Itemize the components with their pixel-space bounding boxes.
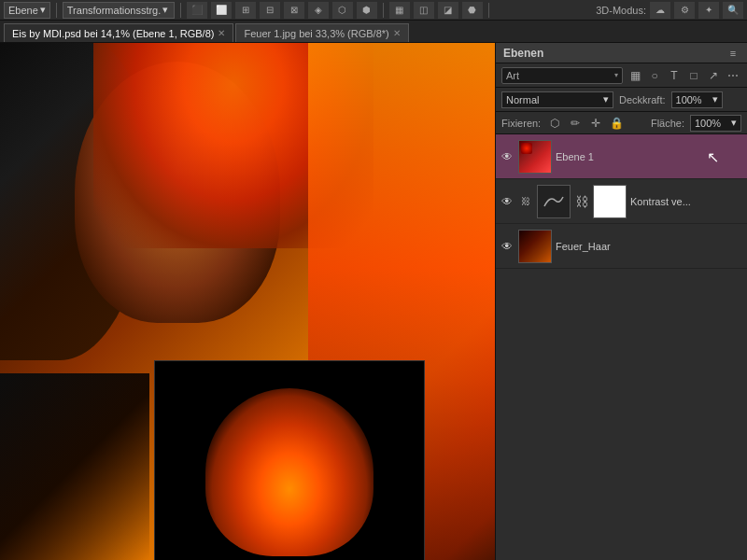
layer-ebene1-visibility[interactable]: 👁 [500,149,514,164]
opacity-arrow: ▾ [712,93,718,105]
layer-kontrast-name: Kontrast ve... [630,196,743,207]
toolbar-btn-3[interactable]: ⊞ [235,2,256,19]
opacity-value-text: 100% [676,94,702,105]
toolbar-btn-1[interactable]: ⬛ [187,2,207,19]
layer-dropdown-arrow: ▾ [40,4,46,16]
layers-panel-header: Ebenen ≡ [496,43,747,63]
toolbar-btn-8[interactable]: ⬢ [357,2,377,19]
layer-icon-more[interactable]: ⋯ [725,67,741,84]
layers-search-box[interactable]: Art ▾ [501,67,623,84]
layer-row-feuer-haar[interactable]: 👁 Feuer_Haar [496,224,747,269]
blend-mode-value: Normal [506,94,539,105]
transform-dropdown[interactable]: Transformationsstrg. ▾ [63,2,175,19]
blend-mode-arrow: ▾ [603,93,609,105]
tab-feuer-label: Feuer 1.jpg bei 33,3% (RGB/8*) [244,28,388,39]
hand-area [0,373,149,560]
canvas-area[interactable] [0,43,495,560]
layers-panel: Ebenen ≡ Art ▾ ▦ ○ T □ ↗ ⋯ Normal ▾ [495,43,747,560]
layer-kontrast-visibility[interactable]: 👁 [500,194,514,209]
blend-mode-dropdown[interactable]: Normal ▾ [501,91,613,108]
layers-list: 👁 Ebene 1 ↖ 👁 ⛓ [496,134,747,560]
mode-label: 3D-Modus: [596,5,646,16]
toolbar-btn-9[interactable]: ▦ [389,2,410,19]
opacity-value-box[interactable]: 100% ▾ [671,91,723,108]
fill-label: Fläche: [651,118,684,129]
layer-kontrast-info: Kontrast ve... [630,196,743,207]
toolbar-separator-2 [180,3,181,18]
tab-bar: Eis by MDI.psd bei 14,1% (Ebene 1, RGB/8… [0,21,747,43]
layer-feuer-haar-info: Feuer_Haar [556,241,743,252]
layer-kontrast-chain2: ⛓ [574,185,589,218]
fire-heart-shape [205,388,374,556]
transform-dropdown-arrow: ▾ [162,4,168,16]
layers-panel-title: Ebenen [503,47,543,60]
toolbar-btn-5[interactable]: ⊠ [284,2,304,19]
toolbar-btn-4[interactable]: ⊟ [260,2,280,19]
opacity-label: Deckkraft: [619,94,666,105]
toolbar-btn-10[interactable]: ◫ [414,2,434,19]
settings-icon-btn[interactable]: ⚙ [674,2,695,19]
layer-icon-square[interactable]: □ [685,67,702,84]
layer-row-kontrast[interactable]: 👁 ⛓ ⛓ Kontrast ve... [496,179,747,224]
layer-feuer-haar-visibility[interactable]: 👁 [500,239,514,254]
layer-dropdown[interactable]: Ebene ▾ [4,2,50,19]
fill-arrow: ▾ [731,117,737,129]
layer-ebene1-thumb [518,140,552,174]
main-area: Ebenen ≡ Art ▾ ▦ ○ T □ ↗ ⋯ Normal ▾ [0,43,747,560]
lock-icons: ⬡ ✏ ✛ 🔒 [546,115,625,132]
lock-transparency-btn[interactable]: ⬡ [546,115,563,132]
layer-icon-circle[interactable]: ○ [646,67,663,84]
layers-search-value: Art [506,70,614,81]
layer-feuer-haar-thumb [518,230,552,263]
tab-eis-close[interactable]: ✕ [218,28,225,38]
layer-ebene1-badge [521,143,532,154]
toolbar-separator-4 [488,3,489,18]
toolbar-btn-6[interactable]: ◈ [308,2,329,19]
imported-fire-image [154,360,425,560]
tab-eis[interactable]: Eis by MDI.psd bei 14,1% (Ebene 1, RGB/8… [4,23,233,42]
layer-icon-arrow[interactable]: ↗ [705,67,722,84]
layer-ebene1-info: Ebene 1 [556,151,743,162]
layers-search-arrow: ▾ [614,71,618,79]
search-icon-btn[interactable]: 🔍 [723,2,743,19]
transform-dropdown-label: Transformationsstrg. [67,5,161,16]
tab-feuer-close[interactable]: ✕ [393,28,401,38]
layer-ebene1-name: Ebene 1 [556,151,743,162]
curve-icon [543,193,565,210]
layer-kontrast-mask [593,185,627,218]
fill-value-text: 100% [695,118,721,129]
fill-value-box[interactable]: 100% ▾ [690,115,741,132]
toolbar-btn-2[interactable]: ⬜ [211,2,232,19]
layers-search-bar: Art ▾ ▦ ○ T □ ↗ ⋯ [496,63,747,88]
3d-mode-btn[interactable]: ☁ [650,2,670,19]
layer-icon-grid[interactable]: ▦ [627,67,643,84]
toolbar-btn-12[interactable]: ⬣ [462,2,483,19]
lock-label: Fixieren: [501,118,541,129]
layer-row-ebene1[interactable]: 👁 Ebene 1 ↖ [496,134,747,179]
layers-icon-row: ▦ ○ T □ ↗ ⋯ [627,67,741,84]
tab-feuer[interactable]: Feuer 1.jpg bei 33,3% (RGB/8*) ✕ [235,23,408,42]
lock-all-btn[interactable]: 🔒 [608,115,625,132]
blend-mode-row: Normal ▾ Deckkraft: 100% ▾ [496,88,747,112]
lock-pixels-btn[interactable]: ✏ [567,115,584,132]
layer-dropdown-label: Ebene [8,5,38,16]
layers-panel-menu-btn[interactable]: ≡ [726,47,740,60]
lock-position-btn[interactable]: ✛ [587,115,604,132]
toolbar-btn-7[interactable]: ⬡ [332,2,353,19]
tab-eis-label: Eis by MDI.psd bei 14,1% (Ebene 1, RGB/8… [12,28,214,39]
layer-icon-text[interactable]: T [666,67,683,84]
lock-row: Fixieren: ⬡ ✏ ✛ 🔒 Fläche: 100% ▾ [496,112,747,134]
star-icon-btn[interactable]: ✦ [698,2,719,19]
toolbar-separator-1 [56,3,57,18]
top-toolbar: Ebene ▾ Transformationsstrg. ▾ ⬛ ⬜ ⊞ ⊟ ⊠… [0,0,747,21]
layer-kontrast-chain: ⛓ [518,194,533,209]
toolbar-separator-3 [383,3,384,18]
toolbar-btn-11[interactable]: ◪ [438,2,458,19]
layer-kontrast-adjustment-icon [537,185,571,218]
layer-feuer-haar-name: Feuer_Haar [556,241,743,252]
